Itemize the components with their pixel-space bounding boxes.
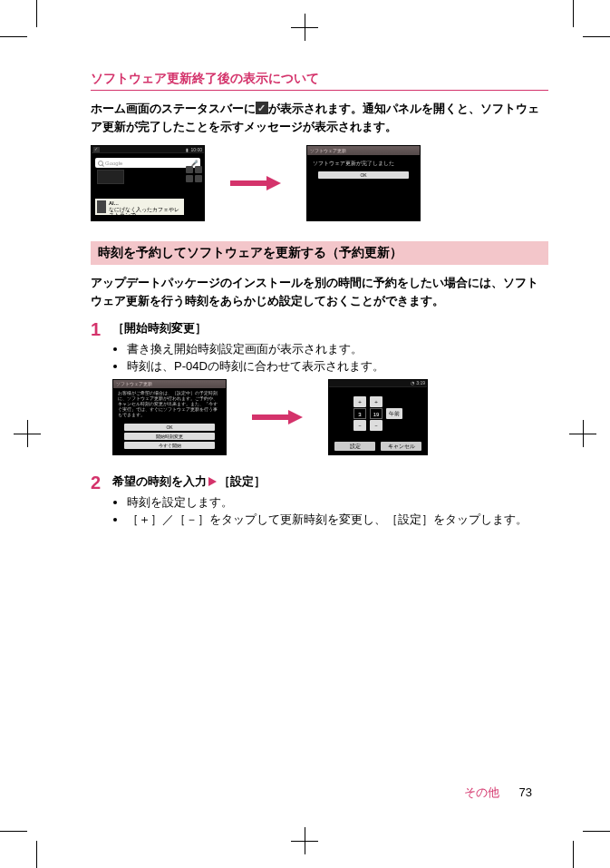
mic-icon: 🎤 [191,160,198,166]
step-number: 1 [91,320,107,470]
figure-row-time-setting: ソフトウェア更新 お客様がご希望の場合は、［設定中］の予定時刻に、ソフトウェア更… [112,379,548,455]
step-2-title: 希望の時刻を入力［設定］ [112,473,548,490]
minus-button: － [353,420,366,431]
step-1-bullet: 時刻は、P-04Dの時刻に合わせて表示されます。 [127,357,548,375]
step-2-bullets: 時刻を設定します。 ［＋］／［－］をタップして更新時刻を変更し、［設定］をタップ… [127,493,548,529]
intro-text-a: ホーム画面のステータスバーに [91,102,256,115]
set-button: 設定 [334,442,375,451]
hour-column: ＋ 3 － [353,396,366,431]
banner-title: AI… [109,200,119,206]
home-banner: AI… なにげなく入ったカフェやレストランで。 [95,199,184,215]
app-grid [186,166,202,182]
screenshot-update-dialog: ソフトウェア更新 ソフトウェア更新が完了しました OK [306,145,421,221]
step-number: 2 [91,473,107,529]
plus-button: ＋ [370,396,382,407]
step-1-bullet: 書き換え開始時刻設定画面が表示されます。 [127,340,548,358]
banner-thumb [97,200,106,213]
minute-value: 19 [370,408,382,419]
subsection-intro: アップデートパッケージのインストールを別の時間に予約をしたい場合には、ソフトウェ… [91,274,548,310]
step-2-bullet: ［＋］／［－］をタップして更新時刻を変更し、［設定］をタップします。 [127,511,548,529]
banner-body: なにげなく入ったカフェやレストランで。 [109,207,179,219]
status-time: 10:00 [190,147,202,152]
play-icon [208,477,217,486]
step-1: 1 ［開始時刻変更］ 書き換え開始時刻設定画面が表示されます。 時刻は、P-04… [91,320,548,470]
step-1-title: ［開始時刻変更］ [112,320,548,336]
search-icon [98,161,103,166]
widget [97,170,124,184]
change-time-button: 開始時刻変更 [124,433,214,440]
picker-buttons: 設定 キャンセル [334,442,421,451]
intro-paragraph: ホーム画面のステータスバーにが表示されます。通知パネルを開くと、ソフトウェア更新… [91,100,548,136]
dialog-message: ソフトウェア更新が完了しました [307,155,420,170]
check-notification-icon [93,147,100,152]
status-bar: ▮ 10:00 [92,146,204,153]
step-2-title-b: ［設定］ [218,474,266,488]
arrow-right-icon [252,410,303,424]
screenshot-confirm-dialog: ソフトウェア更新 お客様がご希望の場合は、［設定中］の予定時刻に、ソフトウェア更… [112,379,227,455]
arrow-right-icon [230,176,281,190]
checkmark-icon [256,102,268,114]
hour-value: 3 [353,408,366,419]
dialog-title: ソフトウェア更新 [307,146,420,155]
footer-page-number: 73 [519,785,532,799]
search-bar: Google 🎤 [95,158,200,168]
plus-button: ＋ [353,396,366,407]
step-1-bullets: 書き換え開始時刻設定画面が表示されます。 時刻は、P-04Dの時刻に合わせて表示… [127,340,548,375]
crop-corner-tl [0,0,45,45]
subsection-heading: 時刻を予約してソフトウェアを更新する（予約更新） [91,241,548,265]
signal-icon: ▮ [186,147,189,152]
start-now-button: 今すぐ開始 [124,442,214,449]
step-2-bullet: 時刻を設定します。 [127,493,548,512]
page-footer: その他 73 [464,785,532,801]
crop-corner-bl [0,823,45,868]
footer-section: その他 [464,785,499,799]
dialog-title: ソフトウェア更新 [113,380,226,388]
dialog-body: お客様がご希望の場合は、［設定中］の予定時刻に、ソフトウェア更新が行われます。ご… [113,388,226,422]
search-hint: Google [105,161,122,166]
crop-corner-tr [565,0,610,45]
status-clock: 3:19 [416,380,425,385]
time-picker: ＋ 3 － ＋ 19 － 午前 [329,396,427,431]
crop-corner-br [565,823,610,868]
ampm-toggle: 午前 [386,408,402,419]
section-heading: ソフトウェア更新終了後の表示について [91,71,548,91]
ok-button: OK [124,424,214,431]
screenshot-home: ▮ 10:00 Google 🎤 AI… なにげなく入ったカフェやレストランで。 [91,145,205,221]
ok-button: OK [318,171,408,179]
cancel-button: キャンセル [381,442,421,451]
step-2-title-a: 希望の時刻を入力 [112,474,207,488]
screenshot-time-picker: ◔ 3:19 ＋ 3 － ＋ 19 － [328,379,428,455]
clock-icon: ◔ [411,380,414,385]
figure-row-update-complete: ▮ 10:00 Google 🎤 AI… なにげなく入ったカフェやレストランで。… [91,145,548,221]
minute-column: ＋ 19 － [370,396,382,431]
status-bar: ◔ 3:19 [329,380,427,387]
minus-button: － [370,420,382,431]
step-2: 2 希望の時刻を入力［設定］ 時刻を設定します。 ［＋］／［－］をタップして更新… [91,473,548,529]
banner-text: AI… なにげなく入ったカフェやレストランで。 [109,200,182,213]
